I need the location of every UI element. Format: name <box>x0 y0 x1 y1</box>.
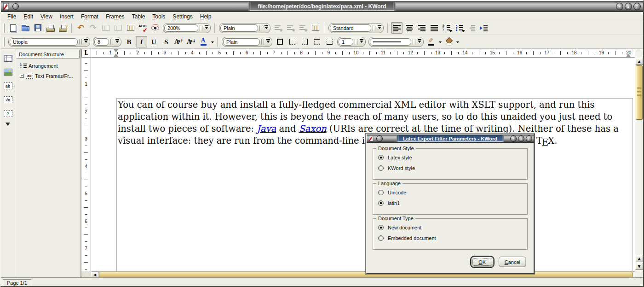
radio-embedded-document[interactable]: Embedded document <box>378 235 527 241</box>
radio-icon[interactable] <box>378 200 384 206</box>
insert-formula-icon[interactable]: √x <box>2 94 14 105</box>
strip-scroll-down-icon[interactable] <box>6 123 10 128</box>
underline-icon[interactable] <box>148 36 160 47</box>
print-icon[interactable] <box>45 22 56 34</box>
format-combobox[interactable]: Standard <box>328 23 384 33</box>
insert-table-icon[interactable] <box>2 53 14 64</box>
radio-kword-style[interactable]: KWord style <box>378 165 527 171</box>
border-left-icon[interactable] <box>287 36 298 47</box>
numbered-list-icon[interactable] <box>441 22 452 34</box>
columns-icon[interactable] <box>310 22 321 34</box>
font-size-combobox[interactable]: 8 <box>93 37 121 47</box>
cancel-button[interactable]: Cancel <box>499 257 526 267</box>
scroll-up-button-2[interactable]: ▲ <box>635 255 643 262</box>
tree-item-arrangement[interactable]: Arrangement <box>20 63 80 69</box>
border-outline-icon[interactable] <box>274 36 286 47</box>
dialog-maximize-button[interactable]: ▴ <box>518 135 524 142</box>
menu-view[interactable]: View <box>37 12 56 21</box>
menu-help[interactable]: Help <box>196 12 215 21</box>
font-size-up-icon[interactable] <box>173 36 184 47</box>
open-icon[interactable] <box>20 22 31 34</box>
radio-unicode[interactable]: Unicode <box>378 190 527 195</box>
italic-icon[interactable] <box>136 36 147 47</box>
align-center-icon[interactable] <box>403 22 415 34</box>
dialog-menu-button[interactable] <box>376 135 383 142</box>
radio-latin1[interactable]: latin1 <box>378 200 527 206</box>
scroll-down-button[interactable]: ▼ <box>635 263 643 270</box>
radio-icon[interactable] <box>378 190 384 195</box>
align-justify-icon[interactable] <box>428 22 440 34</box>
menu-settings[interactable]: Settings <box>169 12 196 21</box>
window-menu-button[interactable] <box>12 3 19 10</box>
spellcheck-icon[interactable] <box>137 22 149 34</box>
combo-arrow-icon[interactable] <box>359 39 364 45</box>
dropdown-arrow-icon[interactable] <box>456 41 459 45</box>
radio-icon[interactable] <box>378 235 384 241</box>
close-button[interactable]: ╱ <box>633 3 641 10</box>
save-icon[interactable] <box>32 22 44 34</box>
align-right-icon[interactable] <box>416 22 427 34</box>
radio-icon[interactable] <box>378 225 384 230</box>
text-color-icon[interactable] <box>198 36 209 47</box>
toolbar-handle[interactable] <box>3 23 5 33</box>
hyperlink-java[interactable]: Java <box>257 123 276 134</box>
combo-arrow-icon[interactable] <box>204 25 209 31</box>
strikethrough-icon[interactable] <box>161 36 172 47</box>
font-family-combobox[interactable]: Utopia <box>8 37 90 47</box>
tree-item-text-frames-fr[interactable]: +abText Frames/Fr... <box>20 73 80 79</box>
insert-object-icon[interactable]: ? <box>2 108 14 119</box>
border-top-icon[interactable] <box>311 36 323 47</box>
combo-arrow-icon[interactable] <box>417 39 422 45</box>
zoom-combobox[interactable]: 200% <box>163 23 211 33</box>
frame-columns-icon[interactable] <box>125 22 136 34</box>
ruler-corner[interactable]: L <box>81 49 91 58</box>
radio-latex-style[interactable]: Latex style <box>378 155 527 160</box>
indent-icon[interactable] <box>478 22 489 34</box>
border-bottom-icon[interactable] <box>324 36 335 47</box>
right-indent-marker[interactable] <box>626 51 631 57</box>
align-left-icon[interactable] <box>391 22 402 34</box>
radio-new-document[interactable]: New document <box>378 225 527 230</box>
dialog-close-button[interactable]: ╱ <box>526 135 532 142</box>
border-right-icon[interactable] <box>299 36 310 47</box>
combo-arrow-icon[interactable] <box>83 39 88 45</box>
insert-text-frame-icon[interactable]: ab <box>2 80 14 92</box>
document-page[interactable]: You can of course buy and install a full… <box>91 58 635 271</box>
horizontal-scrollbar[interactable]: ◀ <box>91 271 635 278</box>
fill-color-icon[interactable] <box>443 36 454 47</box>
border-width-combobox[interactable]: 1 <box>337 37 366 47</box>
scroll-left-button[interactable]: ◀ <box>91 272 98 278</box>
minimize-button[interactable]: ▾ <box>616 3 623 10</box>
pen-color-icon[interactable] <box>426 36 437 47</box>
undo-icon[interactable] <box>75 22 86 34</box>
combo-arrow-icon[interactable] <box>265 39 270 45</box>
bullet-list-icon[interactable] <box>453 22 465 34</box>
dialog-titlebar[interactable]: Latex Export Filter Parameters - KWord ▾… <box>367 135 534 143</box>
expand-icon[interactable]: + <box>20 74 24 78</box>
vertical-ruler[interactable]: 12345678 <box>81 58 91 271</box>
bold-icon[interactable] <box>123 36 135 47</box>
menu-tools[interactable]: Tools <box>149 12 169 21</box>
font-size-down-icon[interactable] <box>185 36 197 47</box>
dialog-minimize-button[interactable]: ▾ <box>510 135 517 142</box>
dropdown-arrow-icon[interactable] <box>439 41 442 45</box>
menu-file[interactable]: File <box>4 12 20 21</box>
print-preview-icon[interactable] <box>57 22 69 34</box>
insert-picture-icon[interactable] <box>2 66 14 78</box>
hyperlink-saxon[interactable]: Saxon <box>299 123 326 134</box>
combo-arrow-icon[interactable] <box>377 25 382 31</box>
scroll-up-button[interactable]: ▲ <box>635 58 643 65</box>
vertical-scrollbar-thumb[interactable] <box>636 65 643 120</box>
horizontal-ruler[interactable]: 1234567891011121314151617181920 <box>91 49 635 58</box>
line-style-combobox[interactable] <box>368 37 424 47</box>
autocorrect-icon[interactable] <box>150 22 161 34</box>
dropdown-arrow-icon[interactable] <box>211 41 214 45</box>
ok-button[interactable]: OK <box>471 257 494 267</box>
toolbar-handle[interactable] <box>3 37 5 47</box>
maximize-button[interactable]: ▴ <box>625 3 632 10</box>
radio-icon[interactable] <box>378 155 384 160</box>
menu-edit[interactable]: Edit <box>20 12 37 21</box>
combo-arrow-icon[interactable] <box>264 25 269 31</box>
new-doc-icon[interactable] <box>7 22 19 34</box>
combo-arrow-icon[interactable] <box>115 39 120 45</box>
